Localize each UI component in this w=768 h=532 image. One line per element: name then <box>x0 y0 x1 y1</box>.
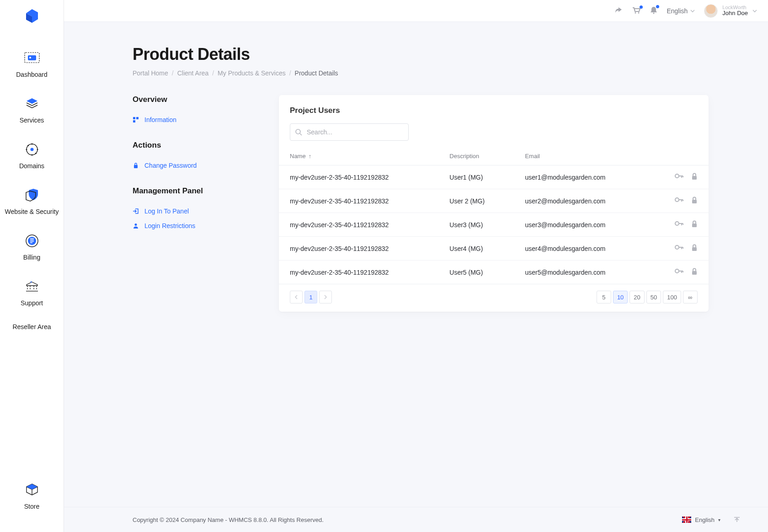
search-input[interactable] <box>302 124 408 140</box>
breadcrumb-link[interactable]: My Products & Services <box>218 69 286 77</box>
pagination: 1 <box>290 291 332 303</box>
row-action-lock[interactable] <box>691 244 698 253</box>
table-row: my-dev2user-2-35-40-1192192832 User5 (MG… <box>279 261 709 284</box>
flag-uk-icon <box>682 516 691 523</box>
row-action-key[interactable] <box>675 268 684 277</box>
sp-link-login-panel[interactable]: Log In To Panel <box>133 204 261 218</box>
support-icon <box>25 280 39 293</box>
footer-language-dropdown[interactable]: English ▾ <box>682 516 720 523</box>
col-description[interactable]: Description <box>438 147 514 165</box>
svg-point-2 <box>29 57 31 59</box>
col-name[interactable]: Name↑ <box>279 147 438 165</box>
table-row: my-dev2user-2-35-40-1192192832 User 2 (M… <box>279 189 709 213</box>
user-menu[interactable]: LockWorth John Doe <box>704 4 757 18</box>
sp-section-actions: Actions <box>133 141 261 150</box>
sidebar-bottom: Store <box>19 473 45 518</box>
svg-rect-29 <box>692 247 697 251</box>
card-title: Project Users <box>279 106 709 123</box>
svg-point-4 <box>30 148 33 151</box>
cell-name: my-dev2user-2-35-40-1192192832 <box>279 261 438 284</box>
dashboard-icon <box>24 51 40 65</box>
row-action-lock[interactable] <box>691 173 698 181</box>
svg-point-22 <box>675 174 679 178</box>
brand-logo[interactable] <box>24 8 40 27</box>
svg-rect-31 <box>692 271 697 275</box>
breadcrumb-link[interactable]: Client Area <box>177 69 208 77</box>
lock-icon <box>691 268 698 275</box>
row-action-key[interactable] <box>675 173 684 181</box>
nav-item-store[interactable]: Store <box>19 473 45 518</box>
sp-link-label: Log In To Panel <box>144 207 189 215</box>
svg-point-7 <box>26 149 27 150</box>
header: English LockWorth John Doe <box>64 0 768 22</box>
cell-email: user4@modulesgarden.com <box>514 237 649 261</box>
row-action-key[interactable] <box>675 220 684 229</box>
nav-label: Support <box>21 299 43 307</box>
page-size-option[interactable]: ∞ <box>683 291 698 303</box>
page-size-option[interactable]: 20 <box>629 291 644 303</box>
pager-prev[interactable] <box>290 291 303 303</box>
nav-item-domains[interactable]: Domains <box>0 132 64 178</box>
domains-icon <box>25 142 39 157</box>
bell-icon[interactable] <box>650 6 657 16</box>
svg-point-12 <box>28 237 36 245</box>
share-icon[interactable] <box>614 6 623 15</box>
page-size-option[interactable]: 5 <box>597 291 611 303</box>
svg-point-9 <box>27 145 29 146</box>
sp-link-login-restrictions[interactable]: Login Restrictions <box>133 218 261 233</box>
nav-item-services[interactable]: Services <box>0 86 64 132</box>
row-action-key[interactable] <box>675 244 684 253</box>
page-size-option[interactable]: 10 <box>613 291 628 303</box>
row-action-lock[interactable] <box>691 220 698 229</box>
project-users-card: Project Users Name↑ Description Email <box>279 95 709 312</box>
billing-icon <box>25 234 39 248</box>
main-content: Product Details Portal Home/ Client Area… <box>64 22 768 507</box>
sp-link-label: Change Password <box>144 162 197 169</box>
language-dropdown[interactable]: English <box>667 7 695 15</box>
nav-item-billing[interactable]: Billing <box>0 223 64 269</box>
sp-link-information[interactable]: Information <box>133 112 261 127</box>
lock-icon <box>133 162 139 169</box>
sort-asc-icon: ↑ <box>309 153 312 160</box>
key-icon <box>675 173 684 179</box>
cart-icon[interactable] <box>632 6 641 15</box>
scroll-to-top[interactable] <box>733 516 741 524</box>
nav-label: Website & Security <box>5 208 59 215</box>
svg-point-30 <box>675 269 679 273</box>
page-size-option[interactable]: 100 <box>663 291 681 303</box>
bell-badge-dot <box>656 5 659 8</box>
key-icon <box>675 220 684 227</box>
sp-section-management: Management Panel <box>133 186 261 196</box>
row-action-key[interactable] <box>675 197 684 205</box>
svg-point-21 <box>296 129 300 134</box>
users-table: Name↑ Description Email my-dev2user-2-35… <box>279 147 709 284</box>
nav-item-support[interactable]: Support <box>0 269 64 315</box>
svg-point-26 <box>675 222 679 225</box>
breadcrumb-link[interactable]: Portal Home <box>133 69 168 77</box>
breadcrumb-current: Product Details <box>295 69 338 77</box>
table-row: my-dev2user-2-35-40-1192192832 User4 (MG… <box>279 237 709 261</box>
nav-item-website-security[interactable]: Website & Security <box>0 178 64 223</box>
sp-link-change-password[interactable]: Change Password <box>133 158 261 173</box>
side-panel: Overview Information Actions Change Pass… <box>133 95 261 233</box>
svg-point-28 <box>675 245 679 249</box>
col-email[interactable]: Email <box>514 147 649 165</box>
cart-badge-dot <box>640 5 643 9</box>
cell-name: my-dev2user-2-35-40-1192192832 <box>279 165 438 189</box>
nav-item-reseller[interactable]: Reseller Area <box>0 315 64 339</box>
store-icon <box>24 482 40 498</box>
pager-next[interactable] <box>319 291 332 303</box>
nav-label: Billing <box>23 254 40 261</box>
page-size-option[interactable]: 50 <box>646 291 661 303</box>
lock-icon <box>691 244 698 251</box>
row-action-lock[interactable] <box>691 268 698 277</box>
cell-description: User3 (MG) <box>438 213 514 237</box>
key-icon <box>675 244 684 250</box>
row-action-lock[interactable] <box>691 197 698 205</box>
pager-page[interactable]: 1 <box>304 291 317 303</box>
svg-rect-18 <box>133 120 135 122</box>
nav-item-dashboard[interactable]: Dashboard <box>0 41 64 86</box>
nav-label: Store <box>24 503 39 510</box>
cell-email: user5@modulesgarden.com <box>514 261 649 284</box>
key-icon <box>675 268 684 274</box>
